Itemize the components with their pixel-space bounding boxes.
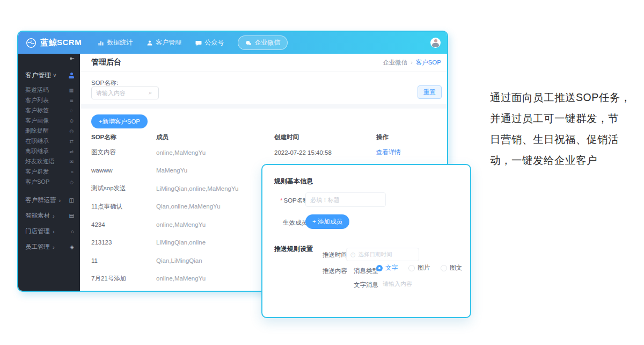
cell-members: LiMingQian,online	[156, 239, 274, 246]
add-member-button[interactable]: + 添加成员	[305, 214, 349, 229]
cell-sop-name: 11点事确认	[91, 203, 156, 211]
sidebar-item[interactable]: 渠道活码 ▦	[18, 85, 80, 95]
cell-members: online,MaMengYu	[156, 221, 274, 228]
section-push-rules: 推送规则设置	[274, 245, 313, 254]
sidebar-item[interactable]: 离职继承 ⇌	[18, 146, 80, 156]
sop-name-field-label: *SOP名称	[280, 197, 309, 205]
promo-description: 通过面向员工推送SOP任务， 并通过员工可一键群发，节 日营销、生日祝福、促销活…	[490, 87, 643, 171]
breadcrumb-current[interactable]: 客户SOP	[416, 59, 441, 67]
chevron-right-icon: ›	[53, 213, 55, 219]
sidebar-item[interactable]: 客户画像 ⊙	[18, 116, 80, 126]
sidebar-menu: 渠道活码 ▦ 客户列表 ≣ 客户标签 ♢	[18, 85, 80, 187]
sidebar-item[interactable]: 客户列表 ≣	[18, 95, 80, 105]
reset-button[interactable]: 重置	[418, 85, 442, 99]
sidebar-item-label: 客户画像	[25, 117, 49, 125]
page-title: 管理后台	[91, 58, 121, 67]
sidebar-section-label: 客户群运营	[25, 196, 56, 204]
nav-item-data-stats[interactable]: 数据统计	[98, 38, 133, 47]
sidebar-item[interactable]: 删除提醒 ◎	[18, 126, 80, 136]
members-field-label: 生效成员	[283, 219, 308, 227]
cell-sop-name: 图文内容	[91, 148, 156, 156]
chevron-right-icon: ›	[53, 228, 55, 235]
sidebar-item-label: 离职继承	[25, 147, 49, 155]
cell-sop-name: 213123	[91, 239, 156, 246]
radio-unselected-icon	[408, 265, 415, 271]
sop-name-filter-label: SOP名称:	[91, 79, 118, 87]
sidebar-group-customer-mgmt[interactable]: 客户管理 ˅	[18, 69, 80, 82]
sidebar-item[interactable]: 好友欢迎语 ✉	[18, 156, 80, 167]
cell-members: MaMengYu	[156, 167, 274, 174]
sidebar-item-label: 好友欢迎语	[25, 157, 55, 166]
sidebar-section-label: 门店管理	[25, 227, 50, 235]
radio-option-image[interactable]: 图片	[408, 264, 430, 272]
sidebar-section-icon: ▤	[69, 213, 74, 219]
top-nav: 数据统计 客户管理 公众号 企业微信	[98, 35, 288, 50]
table-header-row: SOP名称 成员 创建时间 操作	[91, 131, 442, 143]
sidebar-section[interactable]: 客户群运营 › ◫	[18, 192, 80, 208]
message-type-label: 消息类型	[354, 267, 378, 275]
text-message-input[interactable]: 请输入内容	[383, 280, 412, 288]
push-time-placeholder: 选择日期时间	[358, 251, 392, 258]
sidebar-section-label: 员工管理	[25, 243, 50, 251]
sidebar-section[interactable]: 门店管理 › ⌂	[18, 224, 80, 239]
sop-rule-form-card: 规则基本信息 *SOP名称 生效成员 + 添加成员 推送规则设置 推送时间 ◷ …	[261, 164, 471, 318]
sidebar-section[interactable]: 智能素材 › ▤	[18, 208, 80, 224]
wecom-icon	[245, 40, 252, 46]
sidebar-item[interactable]: 客户SOP ◇	[18, 177, 80, 187]
required-asterisk: *	[280, 197, 282, 204]
chevron-right-icon: ›	[59, 197, 61, 204]
breadcrumb-separator-icon: ›	[411, 60, 412, 66]
chat-icon	[195, 40, 202, 46]
sidebar-item[interactable]: 在职继承 ⇄	[18, 136, 80, 146]
sidebar-item-icon: »	[71, 169, 74, 175]
text-message-label: 文字消息	[354, 281, 378, 289]
sidebar-section[interactable]: 员工管理 › ◈	[18, 239, 80, 255]
add-sop-button[interactable]: +新增客户SOP	[91, 114, 148, 128]
table-row: 图文内容 online,MaMengYu 2022-07-22 15:40:58…	[91, 143, 442, 162]
radio-option-imagetext[interactable]: 图文	[441, 264, 462, 272]
sidebar-item-icon: ◎	[69, 128, 74, 134]
view-details-link[interactable]: 查看详情	[376, 148, 442, 156]
section-divider	[80, 104, 447, 109]
sidebar-item-label: 渠道活码	[25, 86, 49, 94]
push-time-picker[interactable]: ◷ 选择日期时间	[346, 248, 419, 261]
sidebar-item[interactable]: 客户群发 »	[18, 167, 80, 177]
sidebar-item-icon: ⇌	[69, 149, 74, 154]
sidebar-group-label: 客户管理	[25, 71, 51, 80]
cell-members: Qian,online,MaMengYu	[156, 203, 274, 210]
logo-whale-icon	[26, 38, 36, 48]
user-avatar[interactable]	[430, 38, 441, 48]
radio-label: 文字	[385, 264, 398, 272]
nav-item-customer-mgmt[interactable]: 客户管理	[147, 38, 181, 47]
radio-label: 图片	[418, 264, 430, 272]
nav-item-official-account[interactable]: 公众号	[195, 38, 224, 47]
nav-item-wecom-active[interactable]: 企业微信	[238, 35, 288, 50]
user-icon	[69, 73, 74, 78]
breadcrumb-parent[interactable]: 企业微信	[383, 59, 407, 67]
search-icon[interactable]: ⌕	[149, 89, 156, 97]
cell-members: online,MaMengYu	[156, 149, 274, 156]
col-header-name: SOP名称	[91, 133, 156, 141]
sidebar-collapse-icon[interactable]: ⇤	[70, 56, 75, 61]
sidebar-item-label: 客户标签	[25, 106, 49, 114]
nav-label: 客户管理	[156, 38, 181, 47]
sidebar-section-icon: ⌂	[71, 228, 74, 234]
cell-sop-name: 测试sop发送	[91, 184, 156, 192]
sidebar-sections: 客户群运营 › ◫ 智能素材 › ▤ 门店管理 ›	[18, 192, 80, 255]
cell-sop-name: 11	[91, 257, 156, 264]
sidebar-section-icon: ◈	[70, 244, 74, 250]
push-time-label: 推送时间	[323, 251, 347, 259]
col-header-created: 创建时间	[274, 133, 376, 141]
radio-selected-icon	[376, 265, 383, 271]
clock-icon: ◷	[350, 251, 356, 257]
radio-option-text[interactable]: 文字	[376, 264, 398, 272]
bar-chart-icon	[98, 40, 104, 46]
sidebar-item-icon: ▦	[69, 88, 74, 93]
app-logo: 蓝鲸SCRM	[26, 38, 82, 48]
sidebar-item-icon: ♢	[69, 108, 74, 113]
sop-name-field-input[interactable]	[305, 192, 386, 207]
col-header-members: 成员	[156, 133, 274, 141]
sidebar-item-label: 客户SOP	[25, 178, 49, 186]
radio-unselected-icon	[441, 265, 447, 271]
sidebar-item[interactable]: 客户标签 ♢	[18, 105, 80, 116]
